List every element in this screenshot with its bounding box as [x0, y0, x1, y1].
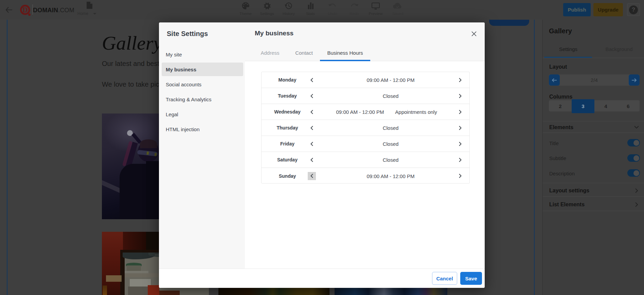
svg-text:D: D [22, 6, 28, 14]
